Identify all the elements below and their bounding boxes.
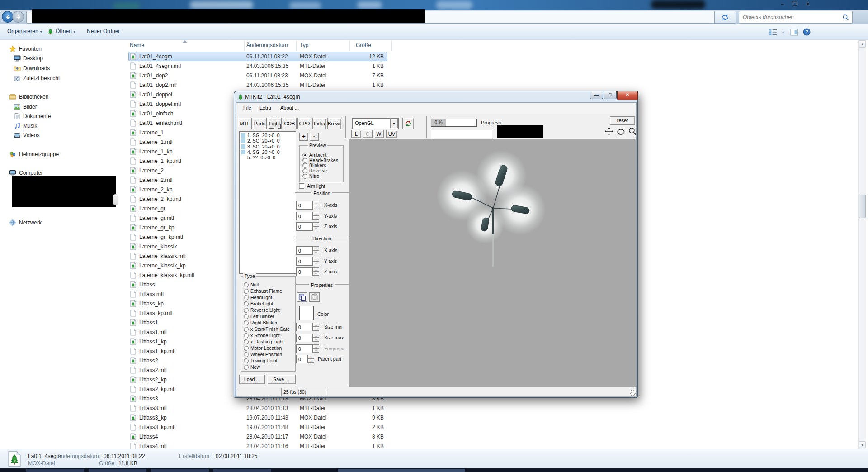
- spinner-frequenc[interactable]: ▲▼: [313, 344, 319, 353]
- scroll-down-icon[interactable]: ▼: [859, 441, 866, 448]
- file-row[interactable]: Lat01_dop2.mtl24.03.2006 15:35MTL-Datei1…: [127, 81, 851, 90]
- column-separator[interactable]: [296, 41, 297, 51]
- column-header-nderungsdatum[interactable]: Änderungsdatum: [246, 42, 288, 48]
- spin-down-icon[interactable]: ▼: [313, 226, 319, 230]
- view-button-c[interactable]: C: [363, 130, 373, 138]
- file-row[interactable]: Litfass428.04.2010 11:17MOX-Datei8 KB: [127, 432, 851, 442]
- spinner-y-axis[interactable]: ▲▼: [313, 212, 319, 220]
- spin-down-icon[interactable]: ▼: [313, 348, 319, 353]
- tab-browse[interactable]: Browse: [327, 118, 341, 129]
- spin-down-icon[interactable]: ▼: [313, 327, 319, 331]
- sidebar-item-downloads[interactable]: Downloads: [0, 64, 118, 73]
- spin-up-icon[interactable]: ▲: [313, 212, 319, 216]
- spin-down-icon[interactable]: ▼: [313, 272, 319, 276]
- spinner-size-min[interactable]: ▲▼: [313, 323, 319, 331]
- value-field-frequenc[interactable]: 0: [296, 344, 313, 353]
- column-separator[interactable]: [244, 41, 245, 51]
- column-separator[interactable]: [391, 41, 392, 51]
- add-light-button[interactable]: +: [299, 133, 308, 141]
- file-row[interactable]: Litfass3_kp.mtl19.07.2010 11:48MTL-Datei…: [127, 423, 851, 432]
- light-list-item[interactable]: 2. SG 20->0 0: [240, 138, 294, 144]
- sidebar-item-bibliotheken[interactable]: Bibliotheken: [0, 93, 118, 102]
- file-row[interactable]: Lat01_4segm06.11.2011 08:22MOX-Datei12 K…: [127, 52, 851, 62]
- taskbar-strip[interactable]: [0, 468, 868, 472]
- search-icon[interactable]: [842, 14, 849, 21]
- value-field-size-max[interactable]: 0: [296, 334, 313, 342]
- help-icon[interactable]: ?: [803, 28, 811, 36]
- tab-cob[interactable]: COB: [283, 118, 297, 129]
- spinner-y-axis[interactable]: ▲▼: [313, 257, 319, 266]
- spin-up-icon[interactable]: ▲: [313, 323, 319, 327]
- value-field-x-axis[interactable]: 0: [296, 246, 313, 255]
- spinner-z-axis[interactable]: ▲▼: [313, 222, 319, 231]
- file-row[interactable]: Litfass3_kp19.07.2010 11:43MOX-Datei9 KB: [127, 413, 851, 423]
- preview-pane-icon[interactable]: [790, 29, 798, 36]
- value-field-y-axis[interactable]: 0: [296, 257, 313, 266]
- scroll-up-icon[interactable]: ▲: [859, 40, 866, 48]
- spin-down-icon[interactable]: ▼: [308, 359, 314, 363]
- taskbar-button[interactable]: [338, 469, 465, 472]
- spinner-x-axis[interactable]: ▲▼: [313, 201, 319, 210]
- maximize-button[interactable]: ▢: [604, 91, 617, 99]
- aim-light-checkbox[interactable]: [299, 183, 304, 189]
- value-field-size-min[interactable]: 0: [296, 323, 313, 331]
- taskbar-button[interactable]: [89, 469, 146, 472]
- menu-item-extra[interactable]: Extra: [259, 105, 271, 110]
- sidebar-item-dokumente[interactable]: Dokumente: [0, 112, 118, 121]
- viewport-3d[interactable]: [349, 139, 636, 387]
- spinner-x-axis[interactable]: ▲▼: [313, 246, 319, 255]
- tab-parts[interactable]: Parts: [253, 118, 267, 129]
- spin-up-icon[interactable]: ▲: [308, 355, 314, 359]
- file-row[interactable]: Lat01_dop206.11.2011 08:23MOX-Datei7 KB: [127, 71, 851, 81]
- column-header-typ[interactable]: Typ: [300, 42, 308, 48]
- progress-text-field[interactable]: [431, 130, 492, 138]
- taskbar-button[interactable]: [213, 469, 271, 472]
- value-field-z-axis[interactable]: 0: [296, 267, 313, 276]
- spin-down-icon[interactable]: ▼: [313, 205, 319, 209]
- menu-item-file[interactable]: File: [243, 105, 251, 110]
- rotate-icon[interactable]: [616, 127, 625, 136]
- sidebar-item-favoriten[interactable]: Favoriten: [0, 45, 118, 54]
- refresh-button[interactable]: [714, 11, 736, 24]
- explorer-close-button[interactable]: ✕: [802, 0, 814, 8]
- spin-up-icon[interactable]: ▲: [313, 344, 319, 348]
- spin-up-icon[interactable]: ▲: [313, 222, 319, 226]
- sidebar-item-desktop[interactable]: Desktop: [0, 54, 118, 63]
- explorer-maximize-button[interactable]: ❐: [789, 0, 801, 8]
- reset-view-button[interactable]: reset: [610, 116, 635, 125]
- spinner-z-axis[interactable]: ▲▼: [313, 267, 319, 276]
- window-titlebar[interactable]: MTKit2 - Lat01_4segm ▬ ▢ ✕: [234, 91, 637, 102]
- splitter-handle[interactable]: [113, 194, 118, 205]
- spin-down-icon[interactable]: ▼: [313, 261, 319, 265]
- tab-cpo[interactable]: CPO: [297, 118, 311, 129]
- spin-down-icon[interactable]: ▼: [313, 250, 319, 254]
- tab-light[interactable]: Light: [268, 118, 282, 129]
- light-list-item[interactable]: 5. ?? 0->0 0: [240, 155, 294, 161]
- sidebar-item-musik[interactable]: Musik: [0, 122, 118, 131]
- file-row[interactable]: Litfass3.mtl28.04.2010 11:13MTL-Datei1 K…: [127, 404, 851, 413]
- value-field-parent-part[interactable]: 0: [296, 355, 308, 363]
- minimize-button[interactable]: ▬: [590, 91, 603, 99]
- search-input[interactable]: [743, 13, 838, 21]
- tab-extra[interactable]: Extra: [312, 118, 326, 129]
- light-color-swatch[interactable]: [299, 306, 314, 320]
- view-button-w[interactable]: W: [374, 130, 384, 138]
- menu-item-about[interactable]: About ...: [280, 105, 299, 110]
- sidebar-item-heimnetzgruppe[interactable]: Heimnetzgruppe: [0, 150, 118, 159]
- sidebar-item-videos[interactable]: Videos: [0, 131, 118, 140]
- spin-down-icon[interactable]: ▼: [313, 338, 319, 342]
- value-field-z-axis[interactable]: 0: [296, 222, 313, 231]
- open-button[interactable]: Öffnen▾: [56, 28, 75, 34]
- views-icon[interactable]: [769, 29, 778, 36]
- resize-grip[interactable]: [630, 390, 636, 396]
- close-button[interactable]: ✕: [617, 91, 638, 100]
- spinner-parent-part[interactable]: ▲▼: [308, 355, 314, 363]
- sidebar-item-bilder[interactable]: Bilder: [0, 103, 118, 112]
- tab-mtl[interactable]: MTL: [238, 118, 252, 129]
- column-header-name[interactable]: Name: [130, 42, 144, 48]
- spin-down-icon[interactable]: ▼: [313, 216, 319, 220]
- column-header-gr-e[interactable]: Größe: [356, 42, 371, 48]
- view-button-uv[interactable]: UV: [386, 130, 397, 138]
- sidebar-item-netzwerk[interactable]: Netzwerk: [0, 219, 118, 228]
- spinner-size-max[interactable]: ▲▼: [313, 334, 319, 342]
